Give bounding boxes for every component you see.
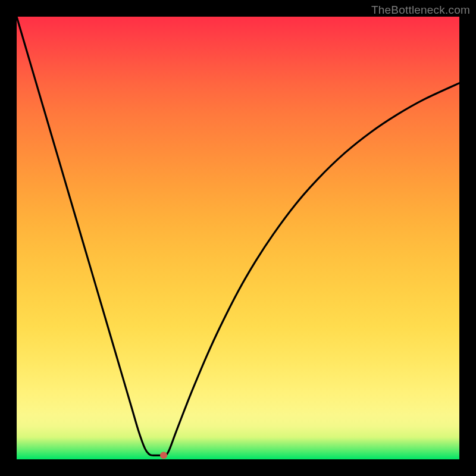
series-curve: [17, 17, 459, 455]
chart-svg: [17, 17, 459, 459]
chart-container: TheBottleneck.com: [0, 0, 476, 476]
watermark: TheBottleneck.com: [371, 4, 470, 17]
marker-dot: [160, 452, 167, 459]
plot-area: [17, 17, 459, 459]
